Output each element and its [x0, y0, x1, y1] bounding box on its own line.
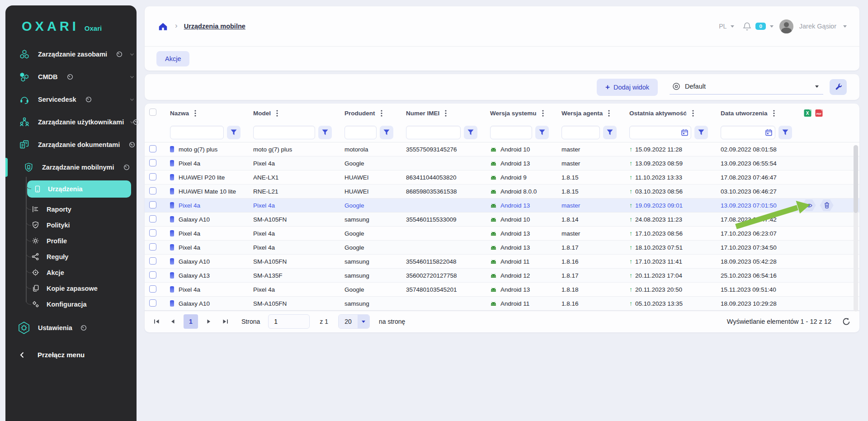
row-checkbox[interactable]: [149, 159, 156, 166]
column-menu-icon[interactable]: [275, 109, 279, 118]
page-number-input[interactable]: [268, 314, 310, 329]
funnel-icon[interactable]: [603, 126, 617, 139]
row-checkbox[interactable]: [149, 299, 156, 307]
sidebar-item-zarzadzanie-uzytkownikami[interactable]: Zarządzanie użytkownikami: [5, 111, 137, 133]
add-view-button[interactable]: + Dodaj widok: [597, 79, 658, 96]
brand[interactable]: OXARI Oxari: [5, 5, 137, 43]
table-row[interactable]: HUAWEI Mate 10 lite RNE-L21 HUAWEI 86859…: [145, 184, 859, 199]
table-row[interactable]: Galaxy A13 SM-A135F samsung 356002720127…: [145, 269, 859, 283]
column-menu-icon[interactable]: [772, 109, 776, 118]
table-row[interactable]: Pixel 4a Pixel 4a Google Android 13 mast…: [145, 199, 859, 213]
row-checkbox[interactable]: [149, 243, 156, 251]
table-row[interactable]: moto g(7) plus moto g(7) plus motorola 3…: [145, 142, 859, 156]
row-checkbox[interactable]: [149, 257, 156, 265]
language-selector[interactable]: PL: [719, 23, 726, 30]
settings-icon: [17, 321, 31, 335]
table-row[interactable]: Pixel 4a Pixel 4a Google Android 13 mast…: [145, 227, 859, 241]
sidebar-item-akcje[interactable]: Akcje: [5, 265, 137, 280]
home-icon[interactable]: [158, 22, 168, 31]
next-page-button[interactable]: [203, 315, 215, 328]
scrollbar-thumb[interactable]: [854, 145, 858, 213]
export-excel-icon[interactable]: X: [804, 109, 811, 117]
cell-nazwa: Galaxy A13: [179, 272, 210, 279]
current-page-button[interactable]: 1: [184, 314, 198, 329]
sidebar-item-polityki[interactable]: Polityki: [5, 217, 137, 233]
filter-input-wersja-systemu[interactable]: [490, 126, 532, 139]
delete-row-button[interactable]: [820, 199, 834, 212]
cell-wersja-systemu: Android 13: [500, 244, 530, 251]
column-menu-icon[interactable]: [691, 109, 695, 118]
funnel-icon[interactable]: [535, 126, 549, 139]
first-page-button[interactable]: [150, 315, 163, 328]
per-page-select[interactable]: 20: [338, 314, 370, 329]
avatar[interactable]: [779, 19, 793, 33]
table-row[interactable]: HUAWEI P20 lite ANE-LX1 HUAWEI 863411044…: [145, 170, 859, 184]
table-row[interactable]: Galaxy A10 SM-A105FN samsung Android 11 …: [145, 297, 859, 311]
sidebar-item-reguly[interactable]: Reguły: [5, 249, 137, 265]
sidebar-item-konfiguracja[interactable]: Konfiguracja: [5, 296, 137, 312]
column-menu-icon[interactable]: [541, 109, 545, 118]
row-checkbox[interactable]: [149, 229, 156, 237]
column-settings-button[interactable]: [830, 79, 847, 95]
breadcrumb-current[interactable]: Urządzenia mobilne: [184, 23, 245, 30]
sidebar-item-zarzadzanie-zasobami[interactable]: Zarządzanie zasobami: [5, 43, 137, 66]
sidebar-item-ustawienia[interactable]: Ustawienia: [5, 317, 137, 339]
sidebar-item-raporty[interactable]: Raporty: [5, 201, 137, 217]
table-row[interactable]: Galaxy A10 SM-A105FN samsung 35546011553…: [145, 213, 859, 227]
toggle-menu-button[interactable]: Przełącz menu: [5, 351, 137, 359]
user-caret-icon[interactable]: [843, 25, 847, 28]
sidebar-item-cmdb[interactable]: CMDB: [5, 66, 137, 88]
funnel-icon[interactable]: [694, 126, 708, 139]
sidebar-item-zarzadzanie-dokumentami[interactable]: Zarządzanie dokumentami: [5, 133, 137, 156]
funnel-icon[interactable]: [778, 126, 792, 139]
row-checkbox[interactable]: [149, 285, 156, 293]
filter-input-produdent[interactable]: [344, 126, 377, 139]
column-menu-icon[interactable]: [607, 109, 611, 118]
device-phone-icon: [170, 272, 174, 279]
filter-input-wersja-agenta[interactable]: [561, 126, 600, 139]
sidebar-item-kopie-zapasowe[interactable]: Kopie zapasowe: [5, 280, 137, 296]
row-checkbox[interactable]: [149, 271, 156, 279]
sidebar-item-servicedesk[interactable]: Servicedesk: [5, 88, 137, 111]
sidebar-item-zarzadzanie-mobilnymi[interactable]: Zarządzanie mobilnymi: [5, 156, 137, 179]
last-page-button[interactable]: [219, 315, 231, 328]
user-name[interactable]: Jarek Gąsior: [799, 23, 836, 30]
sidebar-item-urzadzenia-active[interactable]: Urządzenia: [27, 180, 131, 198]
notifications-caret-icon[interactable]: [770, 25, 774, 28]
table-row[interactable]: Pixel 4a Pixel 4a Google 357480103545201…: [145, 283, 859, 297]
column-menu-icon[interactable]: [193, 109, 197, 118]
table-row[interactable]: Galaxy A10 SM-A105FN samsung 35546011582…: [145, 255, 859, 269]
notification-badge: 0: [755, 23, 765, 30]
sidebar-item-profile[interactable]: Profile: [5, 233, 137, 249]
row-checkbox[interactable]: [149, 173, 156, 180]
row-checkbox[interactable]: [149, 187, 156, 194]
column-menu-icon[interactable]: [444, 109, 448, 118]
akcje-button[interactable]: Akcje: [156, 51, 189, 66]
row-checkbox[interactable]: [149, 201, 156, 208]
select-all-checkbox[interactable]: [149, 109, 156, 116]
view-select[interactable]: Default: [670, 80, 823, 95]
cell-model: ANE-LX1: [253, 174, 278, 181]
funnel-icon[interactable]: [464, 126, 477, 139]
table-row[interactable]: Pixel 4a Pixel 4a Google Android 13 mast…: [145, 156, 859, 170]
prev-page-button[interactable]: [166, 315, 179, 328]
filter-input-model[interactable]: [253, 126, 315, 139]
column-menu-icon[interactable]: [380, 109, 383, 118]
rules-icon: [32, 253, 39, 260]
language-caret-icon[interactable]: [731, 25, 734, 28]
filter-input-imei[interactable]: [406, 126, 461, 139]
funnel-icon[interactable]: [318, 126, 332, 139]
calendar-icon[interactable]: [765, 129, 772, 136]
calendar-icon[interactable]: [681, 129, 688, 136]
filter-input-nazwa[interactable]: [170, 126, 224, 139]
refresh-icon[interactable]: [842, 317, 850, 326]
table-scrollbar[interactable]: [854, 145, 858, 312]
funnel-icon[interactable]: [227, 126, 241, 139]
bell-icon[interactable]: [743, 22, 751, 31]
table-row[interactable]: Pixel 4a Pixel 4a Google Android 13 1.8.…: [145, 241, 859, 255]
funnel-icon[interactable]: [380, 126, 393, 139]
row-checkbox[interactable]: [149, 145, 156, 152]
row-checkbox[interactable]: [149, 215, 156, 222]
preview-row-button[interactable]: [802, 199, 816, 212]
export-pdf-icon[interactable]: PDF: [815, 109, 823, 117]
